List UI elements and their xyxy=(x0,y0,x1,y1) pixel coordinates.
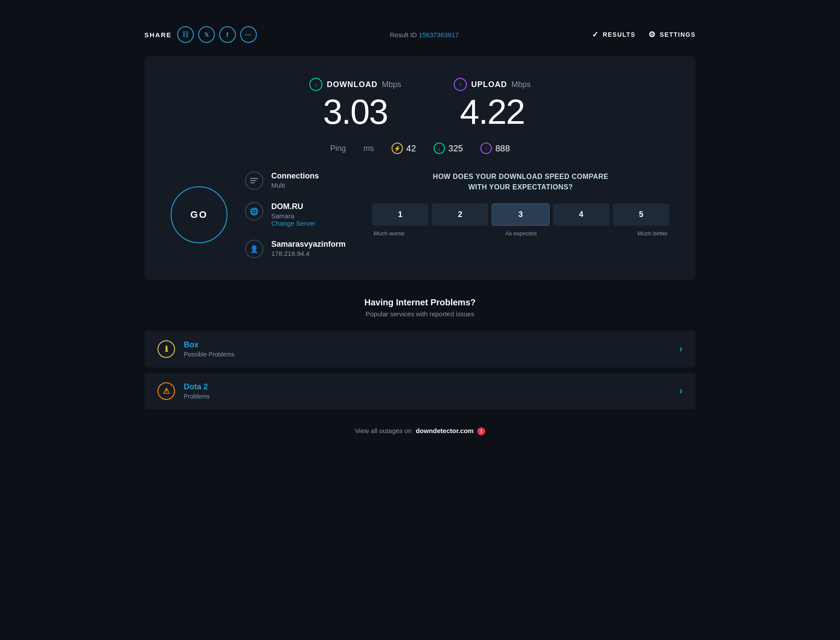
ping-upload-stat: ↑ 888 xyxy=(480,143,510,154)
rating-4-button[interactable]: 4 xyxy=(553,203,609,226)
rating-label-worse: Much worse xyxy=(374,230,404,237)
problems-title: Having Internet Problems? xyxy=(144,297,696,308)
share-icons: ⛓ 𝕏 f ••• xyxy=(177,26,257,43)
host-name: Samarasvyazinform xyxy=(271,240,346,249)
results-label: RESULTS xyxy=(603,31,636,38)
server-content: DOM.RU Samara Change Server xyxy=(271,202,315,227)
upload-block: ↑ UPLOAD Mbps 4.22 xyxy=(454,78,531,129)
rating-buttons: 1 2 3 4 5 xyxy=(372,203,669,226)
share-twitter-button[interactable]: 𝕏 xyxy=(198,26,215,43)
main-card: ↓ DOWNLOAD Mbps 3.03 ↑ UPLOAD Mbps 4.22 … xyxy=(144,56,696,280)
connections-title: Connections xyxy=(271,171,319,181)
upload-value: 4.22 xyxy=(454,94,531,129)
dota-warning-icon: ⚠ xyxy=(158,382,175,400)
host-item: 👤 Samarasvyazinform 178.218.94.4 xyxy=(245,240,346,258)
box-name: Box xyxy=(184,340,679,350)
rating-2-button[interactable]: 2 xyxy=(432,203,488,226)
person-icon: 👤 xyxy=(245,240,263,258)
twitter-icon: 𝕏 xyxy=(204,31,209,38)
problems-subtitle: Popular services with reported issues xyxy=(144,310,696,318)
card-bottom: GO Connections Multi xyxy=(171,171,669,258)
svg-rect-1 xyxy=(250,180,256,181)
results-icon: ✓ xyxy=(592,30,599,39)
downdetector-link[interactable]: downdetector.com xyxy=(416,427,474,434)
info-items: Connections Multi 🌐 DOM.RU Samara Change… xyxy=(245,171,346,258)
box-info-icon: ℹ xyxy=(158,340,175,358)
result-id-link[interactable]: 15637363617 xyxy=(419,31,459,38)
share-label: SHARE xyxy=(144,31,172,38)
ping-unit: ms xyxy=(364,144,374,153)
settings-label: SETTINGS xyxy=(660,31,696,38)
info-panel: GO Connections Multi xyxy=(171,171,346,258)
globe-icon: 🌐 xyxy=(245,202,263,220)
box-status: Possible Problems xyxy=(184,351,679,358)
footer-link-area: View all outages on downdetector.com ! xyxy=(144,427,696,435)
more-icon: ••• xyxy=(245,32,252,37)
share-link-button[interactable]: ⛓ xyxy=(177,26,194,43)
header: SHARE ⛓ 𝕏 f ••• Result ID 15637363617 ✓ … xyxy=(144,26,696,43)
rating-1-button[interactable]: 1 xyxy=(372,203,428,226)
gear-icon: ⚙ xyxy=(648,30,656,39)
connections-item: Connections Multi xyxy=(245,171,346,190)
jitter-icon: ⚡ xyxy=(392,143,403,154)
server-location: Samara xyxy=(271,212,315,220)
server-item: 🌐 DOM.RU Samara Change Server xyxy=(245,202,346,227)
speed-row: ↓ DOWNLOAD Mbps 3.03 ↑ UPLOAD Mbps 4.22 xyxy=(171,78,669,129)
dota-content: Dota 2 Problems xyxy=(184,382,679,400)
problem-item-box[interactable]: ℹ Box Possible Problems › xyxy=(144,331,696,367)
svg-rect-0 xyxy=(250,178,258,179)
download-block: ↓ DOWNLOAD Mbps 3.03 xyxy=(309,78,401,129)
link-icon: ⛓ xyxy=(182,31,189,38)
download-arrow-icon: ↓ xyxy=(309,78,322,91)
go-button[interactable]: GO xyxy=(171,186,228,243)
rating-3-button[interactable]: 3 xyxy=(492,203,549,226)
go-label: GO xyxy=(190,209,208,220)
ping-download-icon: ↓ xyxy=(434,143,445,154)
ping-label: Ping xyxy=(330,144,346,153)
ping-upload-value: 888 xyxy=(495,143,510,154)
box-content: Box Possible Problems xyxy=(184,340,679,358)
rating-label-better: Much better xyxy=(637,230,668,237)
result-id-section: Result ID 15637363617 xyxy=(390,31,459,38)
dota-arrow-icon: › xyxy=(679,385,682,397)
ping-upload-icon: ↑ xyxy=(480,143,492,154)
rating-labels: Much worse As expected Much better xyxy=(372,230,669,237)
upload-unit: Mbps xyxy=(511,80,531,89)
settings-button[interactable]: ⚙ SETTINGS xyxy=(648,30,696,39)
upload-label-text: UPLOAD xyxy=(471,80,507,89)
change-server-link[interactable]: Change Server xyxy=(271,220,315,227)
share-facebook-button[interactable]: f xyxy=(219,26,236,43)
host-content: Samarasvyazinform 178.218.94.4 xyxy=(271,240,346,257)
server-name: DOM.RU xyxy=(271,202,315,211)
footer-text: View all outages on xyxy=(355,427,412,434)
connections-content: Connections Multi xyxy=(271,171,319,189)
upload-label-row: ↑ UPLOAD Mbps xyxy=(454,78,531,91)
share-more-button[interactable]: ••• xyxy=(240,26,257,43)
download-unit: Mbps xyxy=(382,80,401,89)
go-button-wrapper: GO Connections Multi xyxy=(171,171,346,258)
ping-download-value: 325 xyxy=(448,143,463,154)
results-button[interactable]: ✓ RESULTS xyxy=(592,30,635,39)
expectations-panel: HOW DOES YOUR DOWNLOAD SPEED COMPAREWITH… xyxy=(372,171,669,258)
share-section: SHARE ⛓ 𝕏 f ••• xyxy=(144,26,257,43)
header-actions: ✓ RESULTS ⚙ SETTINGS xyxy=(592,30,696,39)
rating-5-button[interactable]: 5 xyxy=(613,203,669,226)
upload-arrow-icon: ↑ xyxy=(454,78,467,91)
problem-item-dota[interactable]: ⚠ Dota 2 Problems › xyxy=(144,373,696,409)
box-arrow-icon: › xyxy=(679,343,682,355)
dota-status: Problems xyxy=(184,393,679,400)
result-id-label: Result ID xyxy=(390,31,417,38)
jitter-value: 42 xyxy=(406,143,416,154)
download-label-row: ↓ DOWNLOAD Mbps xyxy=(309,78,401,91)
expectations-question: HOW DOES YOUR DOWNLOAD SPEED COMPAREWITH… xyxy=(372,171,669,192)
ping-row: Ping ms ⚡ 42 ↓ 325 ↑ 888 xyxy=(171,143,669,154)
jitter-stat: ⚡ 42 xyxy=(392,143,416,154)
download-label-text: DOWNLOAD xyxy=(327,80,378,89)
dota-name: Dota 2 xyxy=(184,382,679,392)
download-value: 3.03 xyxy=(309,94,401,129)
svg-rect-2 xyxy=(250,182,255,183)
rating-label-mid: As expected xyxy=(505,230,537,237)
ping-download-stat: ↓ 325 xyxy=(434,143,463,154)
facebook-icon: f xyxy=(226,31,228,38)
problems-section: Having Internet Problems? Popular servic… xyxy=(144,297,696,435)
